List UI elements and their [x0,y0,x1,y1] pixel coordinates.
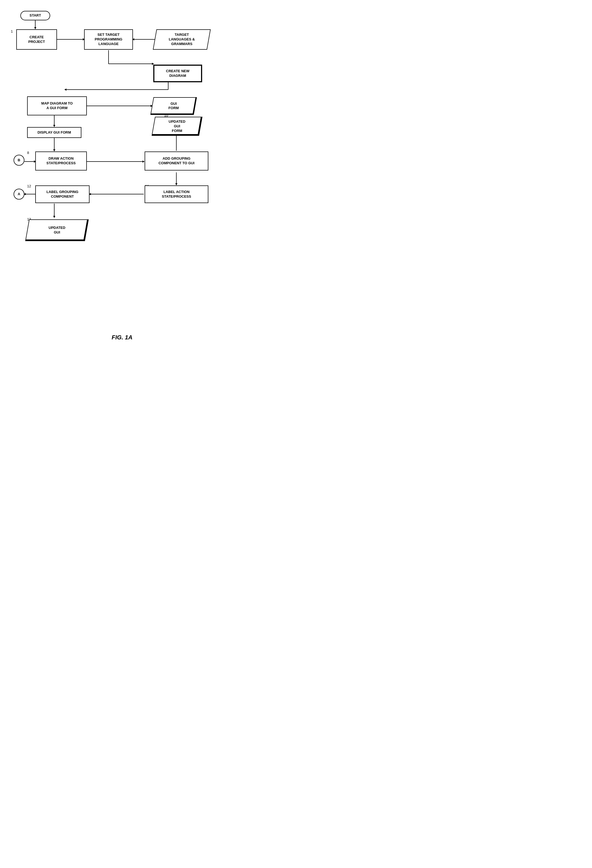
figure-label: FIG. 1A [0,334,244,349]
svg-marker-21 [143,161,144,162]
circle-a-node: A [13,189,24,199]
step-num-12: 12 [27,184,31,188]
flowchart-container: START 1 CREATE PROJECT 2 SET TARGET PROG… [0,0,244,326]
svg-marker-17 [53,149,55,152]
start-node: START [21,11,50,21]
gui-form-node: GUI FORM [152,97,195,115]
updated-gui-node: UPDATED GUI [27,219,87,241]
circle-b-node: B [13,155,24,165]
target-languages-node: TARGET LANGUAGES & GRAMMARS [153,30,211,50]
label-grouping-node: LABEL GROUPING COMPONENT [35,185,90,203]
svg-marker-15 [53,125,55,127]
set-target-lang-node: SET TARGET PROGRAMMING LANGUAGE [84,30,133,50]
create-new-diagram-node: CREATE NEW DIAGRAM [153,65,202,82]
step-num-1: 1 [11,30,13,33]
display-gui-form-node: DISPLAY GUI FORM [27,127,81,138]
svg-marker-1 [34,27,36,30]
create-project-node: CREATE PROJECT [16,30,57,50]
updated-gui-form-node: UPDATED GUI FORM [153,117,201,136]
svg-marker-31 [53,216,55,218]
label-action-node: LABEL ACTION STATE/PROCESS [144,185,208,203]
step-num-8: 8 [27,151,29,155]
draw-action-node: DRAW ACTION STATE/PROCESS [35,152,87,171]
svg-marker-11 [64,89,66,91]
map-diagram-node: MAP DIAGRAM TO A GUI FORM [27,96,87,115]
svg-marker-25 [175,183,177,185]
add-grouping-node: ADD GROUPING COMPONENT TO GUI [144,152,208,171]
